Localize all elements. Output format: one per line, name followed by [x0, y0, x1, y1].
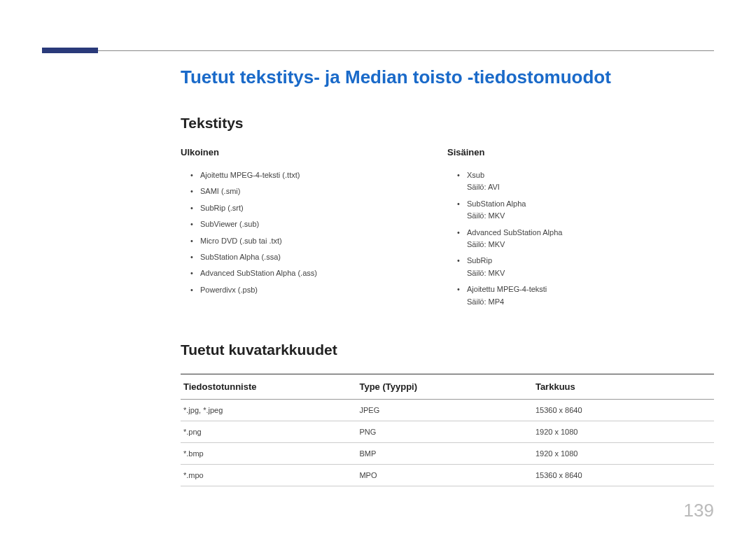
list-item: Ajoitettu MPEG-4-teksti (.ttxt)	[181, 167, 447, 183]
th-type: Type (Tyyppi)	[356, 374, 532, 399]
table-cell: 15360 x 8640	[533, 464, 714, 486]
main-title: Tuetut tekstitys- ja Median toisto -tied…	[181, 66, 714, 88]
resolutions-table: Tiedostotunniste Type (Tyyppi) Tarkkuus …	[181, 374, 714, 486]
external-column: Ulkoinen Ajoitettu MPEG-4-teksti (.ttxt)…	[181, 147, 447, 310]
list-item: Advanced SubStation AlphaSäilö: MKV	[447, 225, 714, 253]
internal-column: Sisäinen XsubSäilö: AVISubStation AlphaS…	[447, 147, 714, 310]
th-resolution: Tarkkuus	[533, 374, 714, 399]
table-cell: 1920 x 1080	[533, 442, 714, 464]
list-item-sub: Säilö: MKV	[467, 239, 714, 250]
list-item-sub: Säilö: AVI	[467, 182, 714, 192]
list-item: SubRip (.srt)	[181, 200, 447, 216]
section-title-subtitles: Tekstitys	[181, 115, 714, 132]
list-item-sub: Säilö: MP4	[467, 297, 714, 307]
list-item: Micro DVD (.sub tai .txt)	[181, 233, 447, 249]
external-header: Ulkoinen	[181, 147, 447, 157]
header-accent-bar	[42, 48, 98, 53]
list-item: SAMI (.smi)	[181, 183, 447, 199]
external-list: Ajoitettu MPEG-4-teksti (.ttxt)SAMI (.sm…	[181, 167, 447, 298]
table-cell: *.mpo	[181, 464, 356, 486]
th-extension: Tiedostotunniste	[181, 374, 356, 399]
table-cell: JPEG	[356, 399, 532, 421]
content-area: Tuetut tekstitys- ja Median toisto -tied…	[181, 66, 714, 486]
list-item: Powerdivx (.psb)	[181, 282, 447, 298]
table-cell: PNG	[356, 421, 532, 442]
list-item: Advanced SubStation Alpha (.ass)	[181, 265, 447, 281]
list-item-sub: Säilö: MKV	[467, 268, 714, 279]
table-row: *.bmpBMP1920 x 1080	[181, 442, 714, 464]
list-item: Ajoitettu MPEG-4-tekstiSäilö: MP4	[447, 281, 714, 310]
list-item: XsubSäilö: AVI	[447, 167, 714, 196]
table-row: *.pngPNG1920 x 1080	[181, 421, 714, 442]
table-cell: *.bmp	[181, 442, 356, 464]
page-number: 139	[684, 500, 714, 521]
internal-list: XsubSäilö: AVISubStation AlphaSäilö: MKV…	[447, 167, 714, 310]
table-header-row: Tiedostotunniste Type (Tyyppi) Tarkkuus	[181, 374, 714, 399]
table-cell: *.png	[181, 421, 356, 442]
list-item: SubRipSäilö: MKV	[447, 253, 714, 281]
header-divider	[98, 50, 714, 51]
table-cell: 15360 x 8640	[533, 399, 714, 421]
table-cell: *.jpg, *.jpeg	[181, 399, 356, 421]
list-item: SubStation Alpha (.ssa)	[181, 249, 447, 265]
table-row: *.mpoMPO15360 x 8640	[181, 464, 714, 486]
internal-header: Sisäinen	[447, 147, 714, 157]
list-item-sub: Säilö: MKV	[467, 211, 714, 221]
section-title-resolutions: Tuetut kuvatarkkuudet	[181, 342, 714, 358]
list-item: SubViewer (.sub)	[181, 216, 447, 232]
table-cell: 1920 x 1080	[533, 421, 714, 442]
subtitles-columns: Ulkoinen Ajoitettu MPEG-4-teksti (.ttxt)…	[181, 147, 714, 310]
table-row: *.jpg, *.jpegJPEG15360 x 8640	[181, 399, 714, 421]
list-item: SubStation AlphaSäilö: MKV	[447, 196, 714, 225]
table-cell: BMP	[356, 442, 532, 464]
table-cell: MPO	[356, 464, 532, 486]
